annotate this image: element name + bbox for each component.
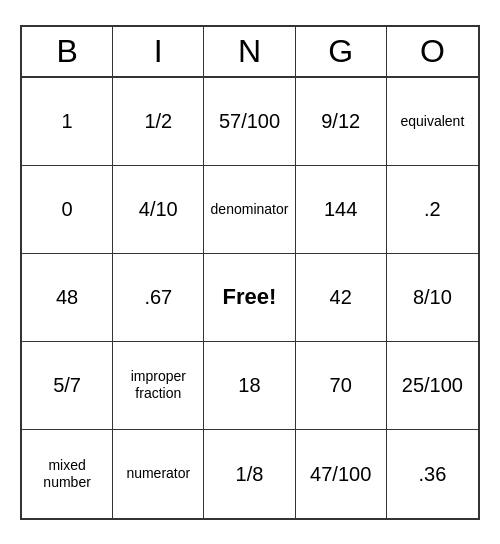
bingo-cell[interactable]: 25/100 <box>387 342 478 430</box>
header-letter: G <box>296 27 387 76</box>
bingo-cell[interactable]: 47/100 <box>296 430 387 518</box>
bingo-cell[interactable]: .67 <box>113 254 204 342</box>
bingo-body: 11/257/1009/12equivalent04/10denominator… <box>22 78 478 518</box>
header-letter: N <box>204 27 295 76</box>
bingo-cell[interactable]: 1/2 <box>113 78 204 166</box>
bingo-cell[interactable]: 0 <box>22 166 113 254</box>
bingo-cell[interactable]: mixed number <box>22 430 113 518</box>
bingo-cell[interactable]: 48 <box>22 254 113 342</box>
header-letter: I <box>113 27 204 76</box>
bingo-cell[interactable]: 18 <box>204 342 295 430</box>
bingo-cell[interactable]: 42 <box>296 254 387 342</box>
header-letter: B <box>22 27 113 76</box>
bingo-cell[interactable]: 1 <box>22 78 113 166</box>
bingo-cell[interactable]: numerator <box>113 430 204 518</box>
bingo-cell[interactable]: 9/12 <box>296 78 387 166</box>
bingo-cell[interactable]: 4/10 <box>113 166 204 254</box>
header-letter: O <box>387 27 478 76</box>
bingo-cell[interactable]: 1/8 <box>204 430 295 518</box>
bingo-cell[interactable]: Free! <box>204 254 295 342</box>
bingo-cell[interactable]: 8/10 <box>387 254 478 342</box>
bingo-cell[interactable]: 144 <box>296 166 387 254</box>
bingo-cell[interactable]: equivalent <box>387 78 478 166</box>
bingo-header: BINGO <box>22 27 478 78</box>
bingo-cell[interactable]: improper fraction <box>113 342 204 430</box>
bingo-cell[interactable]: .2 <box>387 166 478 254</box>
bingo-cell[interactable]: 57/100 <box>204 78 295 166</box>
bingo-cell[interactable]: 70 <box>296 342 387 430</box>
bingo-cell[interactable]: .36 <box>387 430 478 518</box>
bingo-cell[interactable]: 5/7 <box>22 342 113 430</box>
bingo-card: BINGO 11/257/1009/12equivalent04/10denom… <box>20 25 480 520</box>
bingo-cell[interactable]: denominator <box>204 166 295 254</box>
